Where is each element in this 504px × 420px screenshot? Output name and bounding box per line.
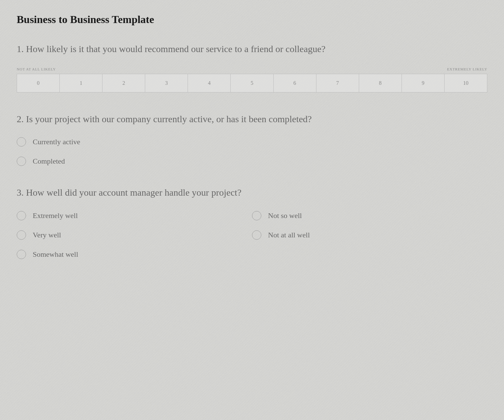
scale-cell-4[interactable]: 4 xyxy=(188,74,231,92)
scale-cell-10[interactable]: 10 xyxy=(445,74,487,92)
question-2: 2. Is your project with our company curr… xyxy=(17,113,487,166)
option-not-so-well-label: Not so well xyxy=(268,211,302,220)
scale-labels: NOT AT ALL LIKELY EXTREMELY LIKELY xyxy=(17,67,487,71)
option-extremely-well[interactable]: Extremely well xyxy=(17,211,252,220)
scale-cell-2[interactable]: 2 xyxy=(102,74,145,92)
radio-somewhat-well[interactable] xyxy=(17,250,26,259)
scale-min-label: NOT AT ALL LIKELY xyxy=(17,67,56,71)
grid-spacer xyxy=(252,250,487,259)
question-3: 3. How well did your account manager han… xyxy=(17,186,487,259)
option-not-so-well[interactable]: Not so well xyxy=(252,211,487,220)
radio-not-so-well[interactable] xyxy=(252,211,261,220)
question-1: 1. How likely is it that you would recom… xyxy=(17,42,487,92)
scale-cell-5[interactable]: 5 xyxy=(231,74,273,92)
question-2-options: Currently active Completed xyxy=(17,137,487,166)
option-completed[interactable]: Completed xyxy=(17,157,487,166)
option-not-at-all-well-label: Not at all well xyxy=(268,231,310,239)
question-2-text: 2. Is your project with our company curr… xyxy=(17,113,487,126)
radio-completed[interactable] xyxy=(17,157,26,166)
option-currently-active[interactable]: Currently active xyxy=(17,137,487,147)
scale-cell-0[interactable]: 0 xyxy=(17,74,60,92)
nps-scale: 0 1 2 3 4 5 6 7 8 9 10 xyxy=(17,74,487,92)
scale-cell-6[interactable]: 6 xyxy=(274,74,316,92)
option-very-well-label: Very well xyxy=(33,231,61,239)
question-1-text: 1. How likely is it that you would recom… xyxy=(17,42,487,55)
option-not-at-all-well[interactable]: Not at all well xyxy=(252,230,487,240)
page-title: Business to Business Template xyxy=(17,13,487,26)
radio-extremely-well[interactable] xyxy=(17,211,26,220)
scale-cell-1[interactable]: 1 xyxy=(60,74,102,92)
option-currently-active-label: Currently active xyxy=(33,138,80,146)
option-extremely-well-label: Extremely well xyxy=(33,211,78,220)
option-somewhat-well[interactable]: Somewhat well xyxy=(17,250,252,259)
option-completed-label: Completed xyxy=(33,157,65,166)
scale-cell-7[interactable]: 7 xyxy=(316,74,359,92)
scale-cell-8[interactable]: 8 xyxy=(359,74,402,92)
question-3-text: 3. How well did your account manager han… xyxy=(17,186,487,199)
scale-cell-3[interactable]: 3 xyxy=(145,74,188,92)
radio-not-at-all-well[interactable] xyxy=(252,230,261,240)
option-very-well[interactable]: Very well xyxy=(17,230,252,240)
radio-very-well[interactable] xyxy=(17,230,26,240)
question-3-options: Extremely well Not so well Very well Not… xyxy=(17,211,487,259)
option-somewhat-well-label: Somewhat well xyxy=(33,250,78,259)
radio-currently-active[interactable] xyxy=(17,137,26,147)
scale-cell-9[interactable]: 9 xyxy=(402,74,445,92)
scale-max-label: EXTREMELY LIKELY xyxy=(447,67,487,71)
